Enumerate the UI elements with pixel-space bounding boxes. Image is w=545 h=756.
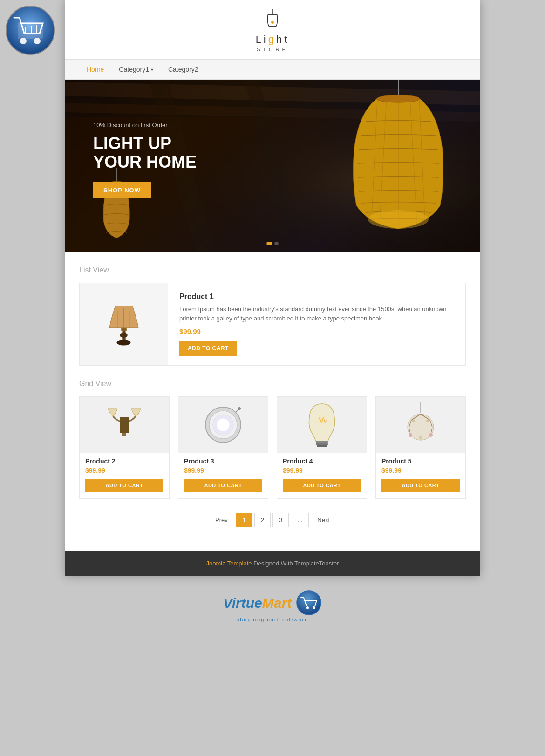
svg-point-3 <box>34 38 41 44</box>
hero-dots <box>267 242 279 245</box>
hero-lamp-large <box>331 80 466 252</box>
svg-point-53 <box>409 433 412 437</box>
svg-point-28 <box>120 333 128 337</box>
grid-product-2: Product 2 $99.99 ADD TO CART <box>79 396 170 499</box>
svg-point-56 <box>412 420 415 422</box>
product2-image <box>80 397 169 453</box>
svg-point-44 <box>313 412 331 430</box>
product4-image <box>277 397 367 453</box>
watermark-logo <box>5 5 56 56</box>
grid-product-4: Product 4 $99.99 ADD TO CART <box>277 396 367 499</box>
svg-rect-30 <box>117 341 130 343</box>
next-page-button[interactable]: Next <box>311 513 336 527</box>
svg-point-19 <box>368 210 429 229</box>
list-view-title: List View <box>79 266 466 274</box>
product1-add-to-cart[interactable]: ADD TO CART <box>179 341 237 356</box>
logo-icon <box>259 9 286 34</box>
product5-name: Product 5 <box>382 457 460 465</box>
nav-item-category1[interactable]: Category1 ▾ <box>111 59 161 80</box>
product5-info: Product 5 $99.99 <box>376 457 465 474</box>
virtuemart-cart-icon <box>296 590 322 616</box>
product4-name: Product 4 <box>283 457 361 465</box>
product2-add-to-cart[interactable]: ADD TO CART <box>85 479 164 492</box>
grid-view: Product 2 $99.99 ADD TO CART <box>79 396 466 499</box>
hero-content: 10% Discount on first Order LIGHT UP YOU… <box>93 122 197 198</box>
hero-subtitle: 10% Discount on first Order <box>93 122 197 129</box>
product3-image <box>178 397 268 453</box>
virtuemart-sub: shopping cart software <box>65 617 480 622</box>
shop-now-button[interactable]: SHOP NOW <box>93 182 151 198</box>
page-ellipsis: ... <box>291 513 309 527</box>
product1-price: $99.99 <box>179 327 454 335</box>
product4-price: $99.99 <box>283 467 361 474</box>
slide-dot-2[interactable] <box>275 242 279 245</box>
svg-point-32 <box>111 414 115 416</box>
navigation: Home Category1 ▾ Category2 <box>65 59 480 80</box>
svg-point-58 <box>297 591 321 615</box>
svg-rect-42 <box>316 443 328 445</box>
product3-info: Product 3 $99.99 <box>178 457 268 474</box>
footer-text: Joomla Template Designed With TemplateTo… <box>75 560 470 567</box>
logo-text: Light <box>256 34 290 46</box>
products-section: List View <box>65 252 480 551</box>
svg-point-55 <box>419 436 422 440</box>
nav-item-category2[interactable]: Category2 <box>161 59 206 80</box>
svg-point-38 <box>217 418 230 431</box>
product5-image <box>376 397 465 453</box>
product5-price: $99.99 <box>382 467 460 474</box>
page-1-button[interactable]: 1 <box>236 513 252 527</box>
svg-rect-34 <box>120 417 129 433</box>
prev-page-button[interactable]: Prev <box>209 513 234 527</box>
svg-point-54 <box>429 433 433 437</box>
grid-view-title: Grid View <box>79 380 466 388</box>
product1-desc: Lorem Ipsum has been the industry's stan… <box>179 305 454 323</box>
product2-name: Product 2 <box>85 457 164 465</box>
header: Light STORE <box>65 0 480 59</box>
svg-point-9 <box>271 21 274 24</box>
svg-point-33 <box>134 414 138 416</box>
svg-point-60 <box>313 606 315 609</box>
pagination: Prev 1 2 3 ... Next <box>79 513 466 527</box>
grid-product-3: Product 3 $99.99 ADD TO CART <box>178 396 268 499</box>
svg-point-59 <box>306 606 309 609</box>
svg-rect-43 <box>317 445 327 447</box>
product3-name: Product 3 <box>184 457 262 465</box>
svg-point-2 <box>20 38 27 44</box>
product2-price: $99.99 <box>85 467 164 474</box>
svg-rect-26 <box>121 328 127 331</box>
footer: Joomla Template Designed With TemplateTo… <box>65 551 480 576</box>
logo-area: Light STORE <box>65 9 480 52</box>
product3-price: $99.99 <box>184 467 262 474</box>
main-container: Light STORE Home Category1 ▾ Category2 <box>65 0 480 576</box>
product2-info: Product 2 $99.99 <box>80 457 169 474</box>
hero-title: LIGHT UP YOUR HOME <box>93 134 197 171</box>
product5-add-to-cart[interactable]: ADD TO CART <box>382 479 460 492</box>
chevron-down-icon: ▾ <box>151 67 153 72</box>
page-2-button[interactable]: 2 <box>254 513 271 527</box>
virtuemart-brand: VirtueMart <box>223 595 292 611</box>
hero-banner: 10% Discount on first Order LIGHT UP YOU… <box>65 80 480 252</box>
product3-add-to-cart[interactable]: ADD TO CART <box>184 479 262 492</box>
svg-point-57 <box>426 420 429 422</box>
svg-rect-41 <box>316 441 328 443</box>
slide-dot-1[interactable] <box>267 242 272 245</box>
product1-image <box>80 283 168 365</box>
virtuemart-section: VirtueMart shopping cart software <box>65 576 480 632</box>
svg-point-40 <box>238 407 241 410</box>
list-view: Product 1 Lorem Ipsum has been the indus… <box>79 283 466 366</box>
product4-add-to-cart[interactable]: ADD TO CART <box>283 479 361 492</box>
nav-item-home[interactable]: Home <box>79 59 111 80</box>
product1-name: Product 1 <box>179 293 454 301</box>
grid-product-5: Product 5 $99.99 ADD TO CART <box>375 396 466 499</box>
page-3-button[interactable]: 3 <box>272 513 289 527</box>
logo-subtext: STORE <box>257 47 288 52</box>
product4-info: Product 4 $99.99 <box>277 457 367 474</box>
footer-link[interactable]: Joomla Template <box>206 560 252 567</box>
svg-point-20 <box>377 95 420 102</box>
product1-info: Product 1 Lorem Ipsum has been the indus… <box>168 283 465 365</box>
